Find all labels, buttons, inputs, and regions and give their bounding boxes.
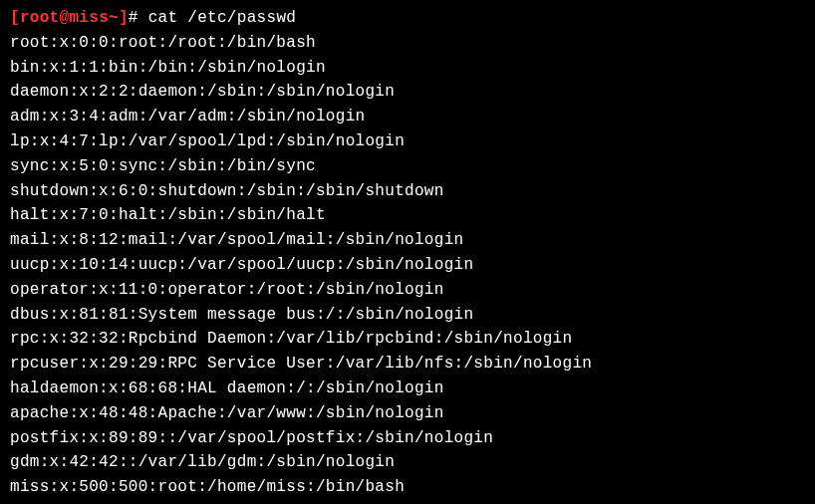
prompt-open-bracket: [ (10, 9, 20, 27)
output-line: lp:x:4:7:lp:/var/spool/lpd:/sbin/nologin (10, 129, 805, 154)
command-input: cat /etc/passwd (148, 9, 297, 27)
output-line: mail:x:8:12:mail:/var/spool/mail:/sbin/n… (10, 228, 805, 253)
output-line: dbus:x:81:81:System message bus:/:/sbin/… (10, 303, 805, 328)
prompt-hash: # (129, 9, 138, 27)
output-line: adm:x:3:4:adm:/var/adm:/sbin/nologin (10, 105, 805, 129)
command-text (138, 9, 148, 27)
output-line: rpc:x:32:32:Rpcbind Daemon:/var/lib/rpcb… (10, 327, 805, 352)
output-line: haldaemon:x:68:68:HAL daemon:/:/sbin/nol… (10, 377, 805, 401)
prompt-tilde: ~ (109, 9, 119, 27)
output-line: gdm:x:42:42::/var/lib/gdm:/sbin/nologin (10, 450, 805, 475)
output-line: bin:x:1:1:bin:/bin:/sbin/nologin (10, 56, 805, 81)
command-output: root:x:0:0:root:/root:/bin/bashbin:x:1:1… (10, 31, 805, 500)
command-prompt-line: [root@miss~]# cat /etc/passwd (10, 6, 805, 31)
output-line: shutdown:x:6:0:shutdown:/sbin:/sbin/shut… (10, 179, 805, 204)
output-line: postfix:x:89:89::/var/spool/postfix:/sbi… (10, 426, 805, 451)
prompt-user: root (20, 9, 60, 27)
output-line: rpcuser:x:29:29:RPC Service User:/var/li… (10, 352, 805, 377)
output-line: halt:x:7:0:halt:/sbin:/sbin/halt (10, 203, 805, 228)
output-line: daemon:x:2:2:daemon:/sbin:/sbin/nologin (10, 80, 805, 105)
output-line: operator:x:11:0:operator:/root:/sbin/nol… (10, 278, 805, 303)
output-line: sync:x:5:0:sync:/sbin:/bin/sync (10, 154, 805, 179)
output-line: root:x:0:0:root:/root:/bin/bash (10, 31, 805, 56)
output-line: uucp:x:10:14:uucp:/var/spool/uucp:/sbin/… (10, 253, 805, 278)
prompt-host: miss (69, 9, 109, 27)
output-line: miss:x:500:500:root:/home/miss:/bin/bash (10, 475, 805, 500)
terminal-window[interactable]: [root@miss~]# cat /etc/passwd root:x:0:0… (10, 6, 805, 500)
output-line: apache:x:48:48:Apache:/var/www:/sbin/nol… (10, 401, 805, 426)
prompt-close-bracket: ] (119, 9, 129, 27)
prompt-at: @ (60, 9, 70, 27)
